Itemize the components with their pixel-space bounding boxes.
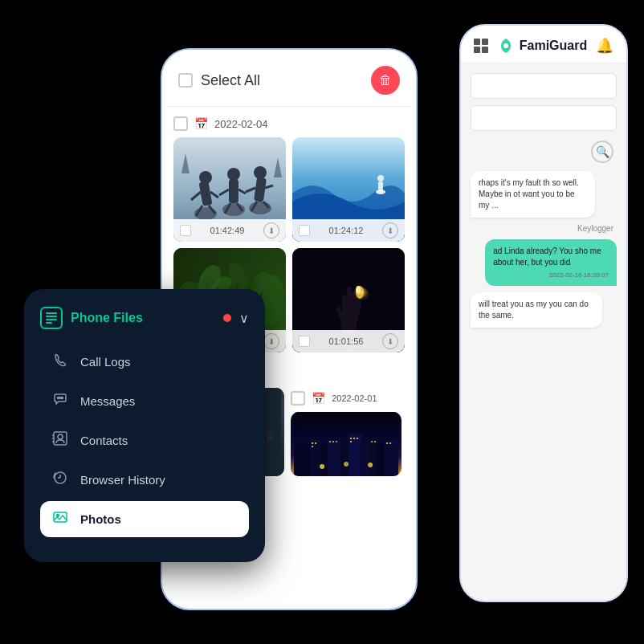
date-checkbox-1[interactable] bbox=[173, 116, 188, 131]
svg-rect-76 bbox=[350, 438, 352, 439]
photo-checkbox-1[interactable] bbox=[180, 225, 191, 236]
sidebar-item-photos[interactable]: Photos bbox=[40, 501, 249, 537]
photo-footer-1: 01:42:49 ⬇ bbox=[173, 219, 286, 242]
photos-grid-1: 01:42:49 ⬇ bbox=[173, 137, 405, 242]
photo-time-1: 01:42:49 bbox=[210, 226, 245, 235]
svg-point-18 bbox=[254, 166, 267, 179]
download-icon-2[interactable]: ⬇ bbox=[382, 222, 398, 238]
date-checkbox-3[interactable] bbox=[291, 391, 305, 406]
browser-history-icon bbox=[51, 470, 69, 490]
svg-rect-71 bbox=[315, 442, 316, 444]
photo-item-4: 01:01:56 ⬇ bbox=[292, 248, 405, 353]
phone-files-icon bbox=[40, 307, 63, 329]
svg-rect-63 bbox=[328, 438, 342, 476]
famiguard-icon bbox=[497, 37, 515, 55]
sidebar-photos-label: Photos bbox=[80, 512, 121, 526]
search-circle-icon[interactable]: 🔍 bbox=[591, 141, 613, 163]
sidebar-controls: ∨ bbox=[223, 311, 249, 326]
search-bar-2[interactable] bbox=[471, 105, 617, 131]
sidebar-header: Phone Files ∨ bbox=[40, 307, 249, 329]
svg-rect-61 bbox=[310, 440, 321, 476]
delete-button[interactable]: 🗑 bbox=[371, 66, 400, 95]
svg-point-91 bbox=[58, 397, 59, 399]
search-icon-row: 🔍 bbox=[471, 141, 617, 163]
photo-section-date3: 📅 2022-02-01 bbox=[291, 388, 401, 476]
photo-checkbox-2[interactable] bbox=[299, 225, 310, 236]
phone-right: FamiGuard 🔔 🔍 rhaps it's my fault th so … bbox=[459, 24, 628, 602]
svg-rect-82 bbox=[386, 442, 388, 444]
svg-point-28 bbox=[377, 175, 384, 181]
keylogger-label: Keylogger bbox=[471, 224, 613, 233]
svg-rect-70 bbox=[312, 442, 313, 444]
svg-rect-56 bbox=[267, 431, 273, 441]
svg-rect-75 bbox=[336, 441, 337, 442]
svg-rect-83 bbox=[389, 442, 391, 444]
search-bars bbox=[471, 73, 617, 131]
svg-point-0 bbox=[503, 43, 508, 48]
grid-icon[interactable] bbox=[474, 39, 488, 53]
date-label-1: 2022-02-04 bbox=[214, 118, 268, 130]
select-all-checkbox[interactable] bbox=[178, 73, 193, 88]
date-row-3: 📅 2022-02-01 bbox=[291, 388, 401, 409]
svg-rect-73 bbox=[329, 441, 331, 442]
photo-footer-2: 01:24:12 ⬇ bbox=[292, 219, 405, 242]
phone-center-header: Select All 🗑 bbox=[162, 50, 416, 107]
svg-point-85 bbox=[344, 462, 348, 467]
grid-dot bbox=[474, 47, 480, 53]
chat-bubble-sent-1: ad Linda already? You sho me about her, … bbox=[485, 239, 617, 286]
sidebar-menu: Call Logs Messages bbox=[40, 344, 249, 537]
chevron-down-icon[interactable]: ∨ bbox=[239, 311, 249, 326]
contacts-icon bbox=[51, 430, 69, 450]
photo-item-2: 01:24:12 ⬇ bbox=[292, 137, 405, 242]
grid-dot bbox=[482, 39, 488, 45]
grid-dot bbox=[474, 39, 480, 45]
chat-text-1: rhaps it's my fault th so well. Maybe in… bbox=[479, 178, 579, 210]
photo-checkbox-4[interactable] bbox=[299, 336, 310, 347]
svg-rect-59 bbox=[298, 442, 306, 476]
calendar-icon-3: 📅 bbox=[312, 392, 325, 405]
select-all-label: Select All bbox=[201, 72, 260, 89]
photo-time-2: 01:24:12 bbox=[329, 226, 364, 235]
sidebar-item-messages[interactable]: Messages bbox=[40, 383, 249, 419]
svg-rect-78 bbox=[357, 438, 358, 439]
svg-point-86 bbox=[368, 463, 373, 467]
date-row-1: 📅 2022-02-04 bbox=[173, 107, 405, 137]
chat-messages: rhaps it's my fault th so well. Maybe in… bbox=[471, 171, 617, 328]
svg-rect-69 bbox=[384, 440, 398, 476]
svg-rect-72 bbox=[312, 446, 313, 447]
svg-rect-66 bbox=[360, 442, 371, 476]
svg-point-93 bbox=[62, 397, 63, 399]
phone-right-header: FamiGuard 🔔 bbox=[461, 26, 626, 63]
svg-rect-81 bbox=[374, 441, 376, 442]
chat-timestamp: 2022-02-16 16:39:07 bbox=[493, 271, 609, 279]
svg-point-84 bbox=[320, 464, 324, 469]
sidebar-item-contacts[interactable]: Contacts bbox=[40, 422, 249, 459]
chat-text-3: will treat you as my you can do the same… bbox=[479, 300, 589, 320]
svg-rect-65 bbox=[348, 434, 361, 476]
grid-dot bbox=[482, 47, 488, 53]
famiguard-logo: FamiGuard bbox=[497, 37, 587, 55]
sidebar-item-browser-history[interactable]: Browser History bbox=[40, 462, 249, 498]
download-icon-3[interactable]: ⬇ bbox=[263, 333, 279, 349]
search-bar-1[interactable] bbox=[471, 73, 617, 99]
phone-right-content: 🔍 rhaps it's my fault th so well. Maybe … bbox=[461, 63, 626, 328]
download-icon-4[interactable]: ⬇ bbox=[382, 333, 398, 349]
svg-point-92 bbox=[59, 397, 61, 399]
sidebar-call-logs-label: Call Logs bbox=[80, 355, 131, 369]
sidebar-messages-label: Messages bbox=[80, 394, 135, 408]
sidebar-panel: Phone Files ∨ Call Logs bbox=[24, 289, 265, 562]
photo-item-city bbox=[291, 412, 401, 476]
select-all-row: Select All bbox=[178, 72, 260, 89]
download-icon-1[interactable]: ⬇ bbox=[263, 222, 279, 238]
red-dot bbox=[223, 314, 231, 322]
bell-icon[interactable]: 🔔 bbox=[596, 37, 613, 55]
svg-rect-62 bbox=[320, 444, 328, 476]
svg-rect-27 bbox=[378, 181, 383, 191]
photo-footer-4: 01:01:56 ⬇ bbox=[292, 330, 405, 353]
photo-item-1: 01:42:49 ⬇ bbox=[173, 137, 286, 242]
sidebar-item-call-logs[interactable]: Call Logs bbox=[40, 344, 249, 380]
svg-point-11 bbox=[227, 168, 240, 181]
calendar-icon-1: 📅 bbox=[194, 117, 208, 130]
svg-rect-79 bbox=[350, 441, 352, 442]
call-logs-icon bbox=[51, 352, 69, 372]
